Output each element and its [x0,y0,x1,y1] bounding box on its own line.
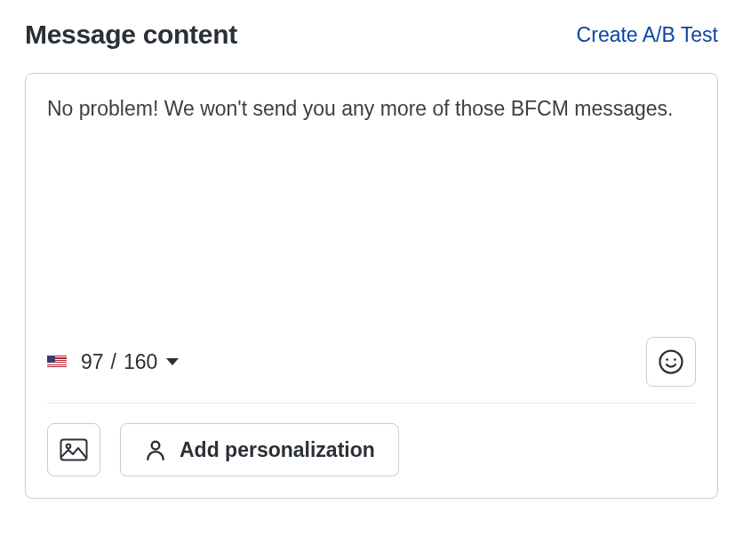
section-title: Message content [25,20,237,50]
add-personalization-button[interactable]: Add personalization [120,423,399,476]
create-ab-test-link[interactable]: Create A/B Test [577,23,718,47]
us-flag-icon[interactable] [47,356,67,369]
emoji-button[interactable] [646,337,696,387]
personalization-label: Add personalization [180,438,375,462]
svg-point-2 [674,358,676,361]
counter-row: 97 / 160 [47,333,696,404]
svg-rect-3 [61,440,87,460]
chevron-down-icon [166,358,179,365]
svg-point-0 [660,351,683,373]
message-textarea[interactable]: No problem! We won't send you any more o… [47,93,696,333]
svg-point-1 [666,358,668,361]
count-separator: / [111,350,116,374]
header-row: Message content Create A/B Test [25,20,718,50]
count-current: 97 [81,350,104,374]
counter-left: 97 / 160 [47,350,179,374]
person-icon [144,438,167,461]
character-count[interactable]: 97 / 160 [81,350,179,374]
add-image-button[interactable] [47,423,100,476]
count-max: 160 [124,350,157,374]
image-icon [60,438,88,461]
toolbar-row: Add personalization [47,423,696,476]
message-editor-card: No problem! We won't send you any more o… [25,73,718,499]
svg-point-5 [152,442,160,450]
svg-point-4 [67,444,71,449]
smile-icon [658,348,684,375]
